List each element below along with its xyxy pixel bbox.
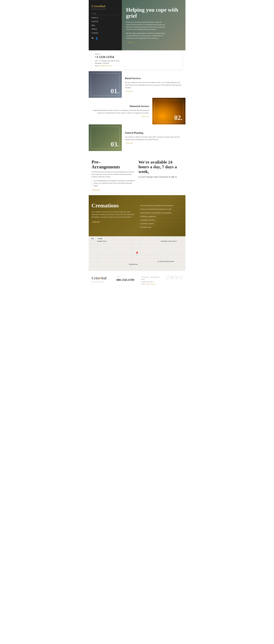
service-number-3: 03. (111, 140, 119, 148)
planning-service-title: Funeral Planning (125, 132, 182, 134)
memorial-service-title: Memorial Services (92, 105, 149, 108)
memorial-read-more[interactable]: – Read more (92, 116, 149, 117)
cremations-features-list: – Securing release and transfer of the d… (139, 204, 183, 229)
availability-subtitle: so you'll always have someone to talk to… (139, 175, 183, 178)
logo-text: Cristóbal (92, 4, 106, 8)
twitter-icon[interactable]: t (179, 276, 182, 279)
hero-background: Helping you cope with grief Welcome to o… (122, 0, 185, 50)
map-pin[interactable]: 📍 (135, 252, 139, 256)
google-plus-icon[interactable]: G+ (171, 276, 174, 279)
pre-arrangements-indent: Our knowledgeable pre-arrangement consul… (92, 180, 136, 187)
pre-arrangements-section: Pre– Arrangements Pre-Planning and pre-p… (89, 155, 185, 195)
service-row-memorial: 02. Memorial Services A dignified gather… (89, 98, 185, 124)
footer-logo: Cristóbal (92, 276, 112, 280)
logo-tagline: funeral services (92, 8, 119, 10)
cremations-read-more[interactable]: – Read more (92, 221, 100, 222)
footer-center-block: Call us: 800-2345-6789 (117, 276, 137, 283)
hero-read-more[interactable]: – Read more (126, 42, 134, 43)
map-label-kensington: KENSINGTON (129, 264, 138, 265)
hero-para-2: We offer unique opportunities for famili… (126, 32, 166, 39)
service-row-burial: 01. Burial Services We can arrange a bur… (89, 71, 185, 98)
contact-box: Call us: +1 1234 12354 USA – Los Angeles… (92, 50, 183, 70)
pre-arrangements-title: Pre– Arrangements (92, 160, 136, 169)
map-label-flatbush: FLATBUSH DITMAS PARK (158, 261, 174, 262)
map-toggle-map[interactable]: Map (90, 238, 95, 240)
cremations-feature-7: – Cremation fees (139, 226, 183, 229)
memorial-service-image: 02. (152, 98, 185, 124)
service-row-planning: 03. Funeral Planning Let us help you wit… (89, 124, 185, 151)
nav-item-services[interactable]: Services (92, 20, 119, 23)
nav-home-label: – Home (92, 13, 119, 15)
pre-title-line2: Arrangements (92, 164, 136, 170)
footer-logo-block: Cristóbal ©2016 | Privacy Policy (92, 276, 112, 282)
footer-address-block: My Company , 1234 Mnemonic Road, Glasgow… (141, 276, 162, 285)
cremations-feature-2: – Services of licensed funeral directors… (139, 208, 183, 211)
svg-line-20 (103, 236, 146, 271)
planning-service-desc: Let us help you with the necessary steps… (125, 136, 182, 141)
pre-title-line1: Pre– (92, 160, 136, 164)
footer-email[interactable]: info@demolink.org (145, 283, 156, 285)
footer-copyright: ©2016 | Privacy Policy (92, 281, 112, 282)
hero-title: Helping you cope with grief (126, 7, 181, 19)
logo[interactable]: Cristóbal (92, 4, 119, 8)
pre-arrangements-read-more[interactable]: – Read more (92, 189, 100, 190)
cremations-title: Cremations (92, 202, 135, 209)
cremations-feature-4: – Facilities & equipment (139, 215, 183, 218)
cremations-para: Our cremation services vary in scale fro… (92, 211, 135, 218)
planning-read-more[interactable]: – Read more (125, 142, 182, 144)
nav-item-gallery[interactable]: Gallery (92, 27, 119, 31)
nav-item-contacts[interactable]: Contacts (92, 31, 119, 35)
nav-item-about[interactable]: About us (92, 16, 119, 20)
footer-section: Cristóbal ©2016 | Privacy Policy Call us… (89, 271, 185, 289)
header-section: Cristóbal funeral services – Home About … (89, 0, 185, 50)
cremations-feature-3: – Administration, documentation & regist… (139, 211, 183, 215)
burial-service-image: 01. (89, 71, 122, 98)
address-line2: Wilmington, CA 90744, (95, 62, 110, 64)
contact-address: USA – Los Angeles, 901 East E Street, Wi… (95, 60, 179, 67)
user-icon[interactable]: 👤 (95, 37, 98, 40)
hero-text: Helping you cope with grief Welcome to o… (126, 7, 181, 43)
search-icon[interactable]: 🔍 (92, 37, 94, 40)
cremations-section: Cremations Our cremation services vary i… (89, 195, 185, 236)
contact-phone[interactable]: +1 1234 12354 (95, 55, 179, 59)
sidebar: Cristóbal funeral services – Home About … (89, 0, 122, 50)
linkedin-icon[interactable]: in (175, 276, 178, 279)
pre-arrangements-left: Pre– Arrangements Pre-Planning and pre-p… (92, 160, 136, 191)
footer-call-label: Call us: (117, 276, 137, 278)
call-label: Call us: (95, 53, 179, 55)
cremations-feature-6: – Cremation caskets (139, 222, 183, 226)
planning-service-image: 03. (89, 124, 122, 151)
footer-privacy-link[interactable]: Privacy Policy (97, 281, 105, 282)
burial-service-content: Burial Services We can arrange a burial … (122, 71, 185, 98)
map-section: Map Satellite SUNSET PARK PROSPECT PARK … (89, 236, 185, 271)
services-section: 01. Burial Services We can arrange a bur… (89, 70, 185, 155)
footer-social-block: f G+ in t (166, 276, 182, 279)
nav-search-bar: 🔍 👤 (92, 37, 119, 40)
nav-item-blog[interactable]: Blog (92, 24, 119, 27)
memorial-service-desc: A dignified gathering of family, friends… (92, 109, 149, 114)
hero-para-1: Welcome to our family-owned funeral home… (126, 21, 166, 31)
map-label-prospect-park: PROSPECT PARK SOUTH (161, 240, 177, 242)
address-line1: USA – Los Angeles, 901 East E Street, (95, 60, 120, 62)
pre-arrangements-para: Pre-Planning and pre-paying your funeral… (92, 171, 136, 178)
service-number-1: 01. (111, 87, 119, 95)
facebook-icon[interactable]: f (166, 276, 169, 279)
footer-phone[interactable]: 800-2345-6789 (117, 278, 137, 282)
cremations-left: Cremations Our cremation services vary i… (92, 202, 135, 229)
cremations-feature-5: – Preparation services (139, 218, 183, 222)
burial-service-desc: We can arrange a burial service on an in… (125, 81, 182, 89)
planning-service-content: Funeral Planning Let us help you with th… (122, 124, 185, 151)
service-number-2: 02. (174, 114, 183, 122)
email-label: Email: (95, 65, 99, 66)
memorial-service-content: Memorial Services A dignified gathering … (89, 98, 152, 124)
map-label-sunset-park: SUNSET PARK (97, 240, 107, 242)
map-controls: Map Satellite (90, 238, 104, 240)
footer-address: My Company , 1234 Mnemonic Road, Glasgow… (141, 276, 162, 285)
footer-social-icons: f G+ in t (166, 276, 182, 279)
map-toggle-satellite[interactable]: Satellite (96, 238, 104, 240)
nav-menu: About us Services Blog Gallery Contacts (92, 16, 119, 35)
contact-email-link[interactable]: mail@demolink.org (99, 65, 112, 66)
map-background: Map Satellite SUNSET PARK PROSPECT PARK … (89, 236, 185, 271)
availability-block: We're available 24 hours a day, 7 days a… (139, 160, 183, 191)
burial-read-more[interactable]: – Read more (125, 90, 182, 92)
